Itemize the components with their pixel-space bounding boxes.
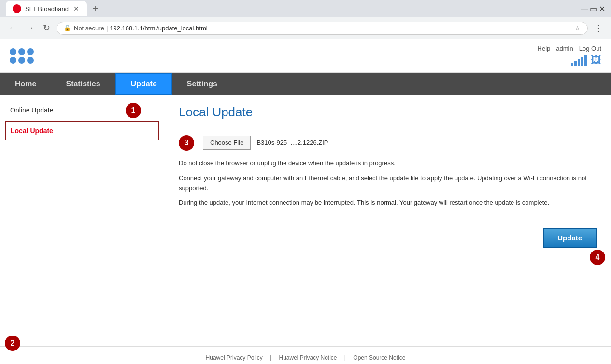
nav-home[interactable]: Home	[0, 73, 51, 95]
tab-favicon	[13, 4, 21, 13]
header-links: Help admin Log Out	[538, 45, 601, 52]
step-badge-2: 2	[5, 336, 20, 351]
tab-close-btn[interactable]: ✕	[72, 5, 80, 13]
url-bar[interactable]: 🔓 Not secure | 192.168.1.1/html/update_l…	[57, 22, 588, 35]
minimize-btn[interactable]: —	[581, 5, 588, 12]
info-text-1: Do not close the browser or unplug the d…	[179, 158, 597, 168]
info-text-3: During the update, your Internet connect…	[179, 198, 597, 208]
logo-dot	[18, 57, 25, 64]
main-nav: Home Statistics Update Settings	[0, 73, 611, 95]
sidebar-local-update[interactable]: Local Update	[5, 121, 159, 140]
maximize-btn[interactable]: ▭	[590, 5, 597, 12]
signal-bar-5	[584, 55, 587, 66]
page-title: Local Update	[179, 105, 597, 126]
lock-icon: 🔓	[64, 25, 71, 31]
signal-bar-1	[571, 63, 573, 66]
signal-bars	[571, 55, 587, 66]
huawei-logo	[10, 48, 36, 64]
choose-file-btn[interactable]: Choose File	[203, 136, 251, 150]
close-btn[interactable]: ✕	[598, 5, 605, 12]
bookmark-icon[interactable]: ☆	[575, 25, 581, 32]
signal-bar-3	[578, 59, 580, 66]
header-right: Help admin Log Out 🖼	[538, 45, 601, 67]
browser-chrome: SLT Broadband ✕ + — ▭ ✕ ← → ↻ 🔓 Not secu…	[0, 0, 611, 39]
step-badge-4: 4	[590, 250, 605, 265]
monitor-icon: 🖼	[591, 54, 601, 67]
app-header: 1 Help admin Log Out 🖼	[0, 39, 611, 73]
logo-dot	[18, 48, 25, 55]
main-content: Local Update 3 Choose File B310s-925_...…	[164, 95, 611, 346]
footer-links: Huawei Privacy Policy | Huawei Privacy N…	[8, 354, 603, 361]
step-badge-3: 3	[179, 135, 194, 151]
logo-dot	[27, 48, 34, 55]
update-btn[interactable]: Update	[543, 228, 597, 248]
footer-link-1[interactable]: Huawei Privacy Policy	[206, 354, 263, 361]
file-row: Choose File B310s-925_....2.1226.ZIP	[203, 136, 597, 150]
new-tab-btn[interactable]: +	[89, 3, 102, 14]
footer-link-2[interactable]: Huawei Privacy Notice	[279, 354, 337, 361]
nav-update[interactable]: Update	[115, 73, 172, 95]
active-tab[interactable]: SLT Broadband ✕	[6, 1, 87, 16]
update-row: Update 4	[179, 228, 597, 248]
window-controls: — ▭ ✕	[581, 5, 605, 12]
logo-dot	[10, 57, 16, 64]
footer: Huawei Privacy Policy | Huawei Privacy N…	[0, 346, 611, 364]
back-btn[interactable]: ←	[6, 22, 19, 34]
signal-bar-4	[581, 57, 583, 66]
page-layout: Online Update Local Update 2 Local Updat…	[0, 95, 611, 346]
divider	[179, 218, 597, 218]
signal-bar-2	[574, 61, 577, 66]
browser-menu-btn[interactable]: ⋮	[592, 22, 605, 34]
forward-btn[interactable]: →	[23, 22, 37, 34]
tab-title: SLT Broadband	[25, 5, 69, 13]
admin-link[interactable]: admin	[556, 45, 573, 52]
file-name: B310s-925_....2.1226.ZIP	[256, 139, 328, 146]
not-secure-label: Not secure	[74, 25, 104, 32]
separator: |	[106, 25, 108, 32]
sidebar: Online Update Local Update 2	[0, 95, 164, 346]
nav-settings[interactable]: Settings	[172, 73, 232, 95]
help-link[interactable]: Help	[538, 45, 551, 52]
address-bar-row: ← → ↻ 🔓 Not secure | 192.168.1.1/html/up…	[0, 17, 611, 39]
step-badge-1: 1	[126, 103, 141, 118]
refresh-btn[interactable]: ↻	[41, 22, 53, 34]
browser-titlebar: SLT Broadband ✕ + — ▭ ✕	[0, 0, 611, 17]
update-btn-wrapper: Update 4	[543, 228, 597, 248]
signal-area: 🖼	[571, 54, 601, 67]
footer-link-3[interactable]: Open Source Notice	[353, 354, 405, 361]
browser-tabs: SLT Broadband ✕ +	[6, 1, 102, 16]
url-text: 192.168.1.1/html/update_local.html	[110, 25, 207, 32]
logo-dot	[10, 48, 16, 55]
nav-statistics[interactable]: Statistics	[51, 73, 115, 95]
logout-link[interactable]: Log Out	[579, 45, 601, 52]
info-text-2: Connect your gateway and computer with a…	[179, 173, 597, 194]
file-section: 3 Choose File B310s-925_....2.1226.ZIP	[179, 136, 597, 150]
logo-dot	[27, 57, 34, 64]
